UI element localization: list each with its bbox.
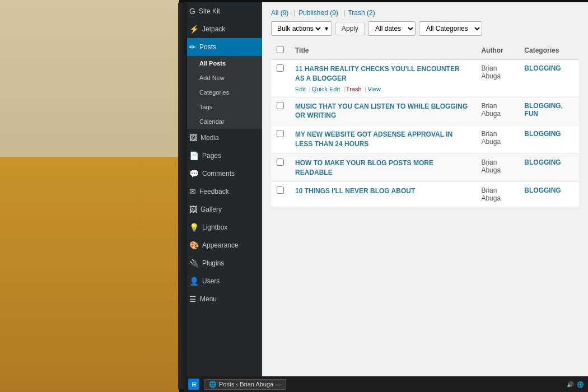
sidebar-sub-categories[interactable]: Categories: [184, 85, 262, 100]
sidebar-sub-tags[interactable]: Tags: [184, 100, 262, 114]
row-author-cell: Brian Abuga: [475, 60, 519, 97]
gallery-icon: 🖼: [189, 205, 197, 214]
col-author: Author: [475, 41, 519, 60]
row-category-cell[interactable]: BLOGGING, FUN: [519, 97, 579, 125]
sidebar-sub-calendar[interactable]: Calendar: [184, 114, 262, 129]
row-category-cell[interactable]: BLOGGING: [519, 125, 579, 154]
post-title[interactable]: 11 HARSH REALITY CHECKS YOU'LL ENCOUNTER…: [295, 64, 470, 83]
plugins-icon: 🔌: [189, 259, 199, 268]
sidebar-label-feedback: Feedback: [199, 188, 229, 195]
sidebar-item-site-kit[interactable]: G Site Kit: [184, 2, 262, 20]
appearance-icon: 🎨: [189, 241, 199, 250]
monitor-frame: G Site Kit ⚡ Jetpack ✏ Posts All Posts A…: [179, 0, 588, 392]
row-checkbox[interactable]: [277, 158, 284, 166]
chevron-down-icon: ▾: [325, 25, 328, 32]
jetpack-icon: ⚡: [189, 25, 199, 34]
sep1: |: [294, 9, 296, 17]
post-title[interactable]: 10 THINGS I'LL NEVER BLOG ABOUT: [295, 186, 470, 196]
browser-icon: 🌐: [209, 381, 217, 388]
table-row: MUSIC THAT YOU CAN LISTEN TO WHILE BLOGG…: [271, 97, 579, 125]
post-action-quick-edit[interactable]: Quick Edit: [312, 86, 340, 92]
posts-icon: ✏: [189, 43, 196, 52]
action-separator: |: [365, 86, 367, 92]
media-icon: 🖼: [189, 133, 197, 142]
action-separator: |: [343, 86, 345, 92]
row-category-cell[interactable]: BLOGGING: [519, 182, 579, 207]
sidebar-item-posts[interactable]: ✏ Posts: [184, 38, 262, 56]
table-row: 11 HARSH REALITY CHECKS YOU'LL ENCOUNTER…: [271, 60, 579, 97]
row-checkbox[interactable]: [277, 186, 284, 194]
sidebar-label-appearance: Appearance: [202, 241, 239, 249]
sidebar-sub-all-posts[interactable]: All Posts: [184, 56, 262, 71]
bulk-actions-select[interactable]: Bulk actions ▾: [271, 21, 332, 36]
sidebar-label-pages: Pages: [202, 152, 221, 160]
row-checkbox[interactable]: [277, 102, 284, 109]
sidebar-item-users[interactable]: 👤 Users: [184, 272, 262, 290]
network-icon: 🌐: [577, 381, 584, 388]
taskbar-browser-item[interactable]: 🌐 Posts ‹ Brian Abuga —: [204, 379, 286, 390]
row-checkbox-cell: [271, 153, 290, 182]
sep2: |: [343, 9, 345, 17]
row-title-cell: MUSIC THAT YOU CAN LISTEN TO WHILE BLOGG…: [290, 97, 475, 125]
action-separator: |: [309, 86, 311, 92]
row-title-cell: HOW TO MAKE YOUR BLOG POSTS MORE READABL…: [290, 153, 475, 182]
sidebar-item-appearance[interactable]: 🎨 Appearance: [184, 236, 262, 254]
filter-published[interactable]: Published (9): [298, 9, 338, 17]
table-row: 10 THINGS I'LL NEVER BLOG ABOUTEdit|Quic…: [271, 182, 579, 207]
col-checkbox: [271, 41, 290, 60]
sidebar-item-plugins[interactable]: 🔌 Plugins: [184, 254, 262, 272]
post-title[interactable]: MY NEW WEBSITE GOT ADSENSE APPROVAL IN L…: [295, 130, 470, 149]
date-filter-select[interactable]: All dates: [368, 21, 416, 36]
wp-main-content: All (9) | Published (9) | Trash (2) Bulk…: [262, 2, 588, 376]
action-bar: Bulk actions ▾ Apply All dates All Categ…: [271, 21, 579, 36]
sidebar-label-posts: Posts: [199, 43, 216, 51]
col-title: Title: [290, 41, 475, 60]
bulk-actions-dropdown[interactable]: Bulk actions: [275, 24, 323, 33]
post-action-edit[interactable]: Edit: [295, 86, 306, 92]
sidebar-item-media[interactable]: 🖼 Media: [184, 129, 262, 147]
sidebar-item-comments[interactable]: 💬 Comments: [184, 165, 262, 183]
taskbar-items: 🌐 Posts ‹ Brian Abuga —: [204, 379, 567, 390]
row-checkbox[interactable]: [277, 64, 284, 72]
comments-icon: 💬: [189, 169, 199, 178]
speaker-icon: 🔊: [567, 381, 573, 388]
apply-button[interactable]: Apply: [335, 22, 365, 35]
post-title[interactable]: HOW TO MAKE YOUR BLOG POSTS MORE READABL…: [295, 158, 470, 178]
background-left: [0, 0, 185, 392]
row-category-cell[interactable]: BLOGGING: [519, 153, 579, 182]
row-title-cell: 10 THINGS I'LL NEVER BLOG ABOUTEdit|Quic…: [290, 182, 475, 207]
screen: G Site Kit ⚡ Jetpack ✏ Posts All Posts A…: [184, 2, 588, 376]
post-title[interactable]: MUSIC THAT YOU CAN LISTEN TO WHILE BLOGG…: [295, 102, 470, 121]
wall: [0, 0, 185, 165]
site-kit-icon: G: [189, 7, 195, 16]
sidebar-item-lightbox[interactable]: 💡 Lightbox: [184, 218, 262, 236]
taskbar-tray: 🔊 🌐: [567, 381, 584, 388]
sidebar-label-comments: Comments: [202, 170, 235, 178]
category-filter-select[interactable]: All Categories: [419, 21, 482, 36]
sidebar-item-feedback[interactable]: ✉ Feedback: [184, 183, 262, 200]
start-button[interactable]: ⊞: [188, 379, 199, 390]
select-all-checkbox[interactable]: [277, 46, 284, 53]
pages-icon: 📄: [189, 151, 199, 160]
row-checkbox[interactable]: [277, 130, 284, 137]
sidebar-item-menu[interactable]: ☰ Menu: [184, 290, 262, 308]
sidebar-label-users: Users: [202, 277, 220, 285]
wp-admin-main: G Site Kit ⚡ Jetpack ✏ Posts All Posts A…: [184, 2, 588, 376]
row-checkbox-cell: [271, 182, 290, 207]
filter-trash[interactable]: Trash (2): [348, 9, 375, 17]
sidebar-label-lightbox: Lightbox: [202, 223, 227, 231]
sidebar-item-gallery[interactable]: 🖼 Gallery: [184, 200, 262, 218]
sidebar-sub-add-new[interactable]: Add New: [184, 71, 262, 85]
sidebar-item-pages[interactable]: 📄 Pages: [184, 147, 262, 165]
sidebar-item-jetpack[interactable]: ⚡ Jetpack: [184, 20, 262, 38]
sidebar-label-plugins: Plugins: [202, 259, 224, 267]
posts-submenu: All Posts Add New Categories Tags Calend…: [184, 56, 262, 129]
row-author-cell: Brian Abuga: [475, 97, 519, 125]
sidebar-label-jetpack: Jetpack: [202, 25, 225, 33]
row-category-cell[interactable]: BLOGGING: [519, 60, 579, 97]
post-action-view[interactable]: View: [367, 86, 381, 92]
post-action-trash[interactable]: Trash: [346, 86, 362, 92]
post-row-actions: Edit|Quick Edit|Trash|View: [295, 86, 470, 92]
windows-icon: ⊞: [192, 381, 197, 388]
filter-all[interactable]: All (9): [271, 9, 288, 17]
